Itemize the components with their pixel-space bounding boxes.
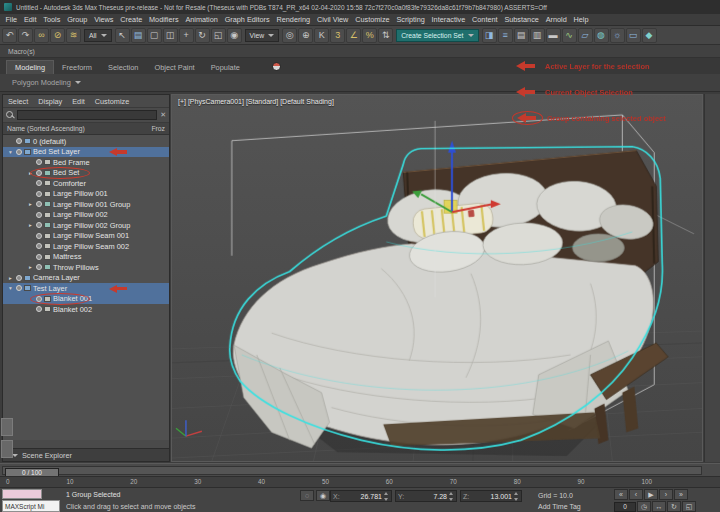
visibility-eye-icon[interactable] xyxy=(16,285,22,291)
tree-row[interactable]: Bed Frame xyxy=(3,157,169,168)
visibility-eye-icon[interactable] xyxy=(36,233,42,239)
select-and-rotate-icon[interactable]: ↻ xyxy=(195,28,210,43)
ribbon-tab-object-paint[interactable]: Object Paint xyxy=(146,61,202,74)
go-to-start-button[interactable]: « xyxy=(614,489,628,500)
macros-toolbar-tab[interactable]: Macro(s) xyxy=(0,48,43,55)
menu-item[interactable]: Interactive xyxy=(428,15,468,24)
scene-explorer-toggle-icon[interactable]: ▤ xyxy=(514,28,529,43)
macro-recorder-field[interactable] xyxy=(2,489,42,499)
scene-explorer-title-bar[interactable]: Scene Explorer xyxy=(3,448,169,461)
tree-row[interactable]: ▸ Large Pillow 002 Group xyxy=(3,220,169,231)
play-button[interactable]: ▶ xyxy=(644,489,658,500)
ribbon-config-icon[interactable] xyxy=(272,62,281,71)
undo-icon[interactable]: ↶ xyxy=(2,28,17,43)
render-production-icon[interactable]: ◆ xyxy=(642,28,657,43)
menu-item[interactable]: Rendering xyxy=(273,15,313,24)
explorer-menu-item[interactable]: Edit xyxy=(67,97,90,106)
curve-editor-icon[interactable]: ∿ xyxy=(562,28,577,43)
menu-item[interactable]: Animation xyxy=(182,15,221,24)
menu-item[interactable]: Customize xyxy=(352,15,393,24)
ribbon-toggle-icon[interactable]: ▬ xyxy=(546,28,561,43)
explorer-menu-item[interactable]: Customize xyxy=(90,97,134,106)
visibility-eye-icon[interactable] xyxy=(36,201,42,207)
render-setup-icon[interactable]: ☼ xyxy=(610,28,625,43)
tree-row[interactable]: ▾ Bed Set Layer xyxy=(3,147,169,158)
use-pivot-center-icon[interactable]: ◎ xyxy=(282,28,297,43)
visibility-eye-icon[interactable] xyxy=(36,222,42,228)
time-slider[interactable]: 0 / 100 xyxy=(0,463,720,476)
menu-item[interactable]: Modifiers xyxy=(146,15,182,24)
menu-item[interactable]: File xyxy=(2,15,21,24)
named-selection-set-field[interactable]: Create Selection Set xyxy=(396,29,478,42)
tree-row[interactable]: 0 (default) xyxy=(3,136,169,147)
tree-row[interactable]: Large Pillow 002 xyxy=(3,210,169,221)
ribbon-tab-populate[interactable]: Populate xyxy=(203,61,248,74)
redo-icon[interactable]: ↷ xyxy=(18,28,33,43)
tree-row[interactable]: Blanket 002 xyxy=(3,304,169,315)
explorer-menu-item[interactable]: Select xyxy=(3,97,33,106)
viewport-layout-tab[interactable] xyxy=(1,440,13,458)
align-icon[interactable]: ≡ xyxy=(498,28,513,43)
visibility-eye-icon[interactable] xyxy=(36,212,42,218)
reference-coordinate-dropdown[interactable]: View xyxy=(245,29,280,42)
visibility-eye-icon[interactable] xyxy=(16,149,22,155)
select-and-link-icon[interactable]: ∞ xyxy=(34,28,49,43)
orbit-view-button[interactable]: ↻ xyxy=(667,501,681,512)
unlink-selection-icon[interactable]: ⊘ xyxy=(50,28,65,43)
select-and-manipulate-icon[interactable]: ⊕ xyxy=(298,28,313,43)
tree-row[interactable]: ▸ Throw Pillows xyxy=(3,262,169,273)
visibility-eye-icon[interactable] xyxy=(36,159,42,165)
menu-item[interactable]: Tools xyxy=(40,15,64,24)
frozen-column-header[interactable]: Froz xyxy=(151,125,165,132)
tree-row[interactable]: ▸ Bed Set xyxy=(3,168,169,179)
y-coordinate-field[interactable]: Y: 7.28 xyxy=(395,490,457,502)
menu-item[interactable]: Create xyxy=(117,15,146,24)
schematic-view-icon[interactable]: ▱ xyxy=(578,28,593,43)
rectangular-selection-region-icon[interactable]: ▢ xyxy=(147,28,162,43)
visibility-eye-icon[interactable] xyxy=(36,191,42,197)
select-and-scale-icon[interactable]: ◱ xyxy=(211,28,226,43)
bind-to-space-warp-icon[interactable]: ≋ xyxy=(66,28,81,43)
expander-icon[interactable]: ▸ xyxy=(7,275,14,281)
window-crossing-toggle-icon[interactable]: ◫ xyxy=(163,28,178,43)
material-editor-icon[interactable]: ◍ xyxy=(594,28,609,43)
menu-item[interactable]: Edit xyxy=(21,15,40,24)
spinner-snap-icon[interactable]: ⇅ xyxy=(378,28,393,43)
track-bar[interactable]: 0102030405060708090100 xyxy=(0,476,720,487)
visibility-eye-icon[interactable] xyxy=(36,254,42,260)
next-frame-button[interactable]: › xyxy=(659,489,673,500)
expander-icon[interactable]: ▾ xyxy=(7,285,14,291)
menu-item[interactable]: Help xyxy=(570,15,592,24)
visibility-eye-icon[interactable] xyxy=(36,306,42,312)
add-time-tag[interactable]: Add Time Tag xyxy=(538,503,581,510)
expander-icon[interactable]: ▸ xyxy=(27,170,34,176)
time-slider-track[interactable]: 0 / 100 xyxy=(2,466,702,475)
visibility-eye-icon[interactable] xyxy=(36,170,42,176)
menu-item[interactable]: Graph Editors xyxy=(221,15,273,24)
tree-row[interactable]: Large Pillow 001 xyxy=(3,189,169,200)
select-and-move-icon[interactable]: + xyxy=(179,28,194,43)
spinner-icon[interactable] xyxy=(514,492,519,501)
tree-row[interactable]: Large Pillow Seam 002 xyxy=(3,241,169,252)
viewport-layout-tab[interactable] xyxy=(1,418,13,436)
tree-row[interactable]: ▸ Large Pillow 001 Group xyxy=(3,199,169,210)
ribbon-tab-modeling[interactable]: Modeling xyxy=(6,60,54,74)
search-input[interactable] xyxy=(17,110,157,120)
layer-explorer-toggle-icon[interactable]: ▥ xyxy=(530,28,545,43)
go-to-end-button[interactable]: » xyxy=(674,489,688,500)
ribbon-tab-selection[interactable]: Selection xyxy=(100,61,146,74)
keyboard-shortcut-override-icon[interactable]: K xyxy=(314,28,329,43)
menu-item[interactable]: Content xyxy=(469,15,501,24)
angle-snap-icon[interactable]: ∠ xyxy=(346,28,361,43)
mirror-icon[interactable]: ◨ xyxy=(482,28,497,43)
expander-icon[interactable]: ▸ xyxy=(27,201,34,207)
menu-item[interactable]: Group xyxy=(64,15,91,24)
tree-row[interactable]: Large Pillow Seam 001 xyxy=(3,231,169,242)
menu-item[interactable]: Views xyxy=(91,15,117,24)
visibility-eye-icon[interactable] xyxy=(36,243,42,249)
rendered-frame-icon[interactable]: ▭ xyxy=(626,28,641,43)
tree-row[interactable]: ▸ Camera Layer xyxy=(3,273,169,284)
menu-item[interactable]: Arnold xyxy=(542,15,570,24)
visibility-eye-icon[interactable] xyxy=(36,264,42,270)
visibility-eye-icon[interactable] xyxy=(16,138,22,144)
